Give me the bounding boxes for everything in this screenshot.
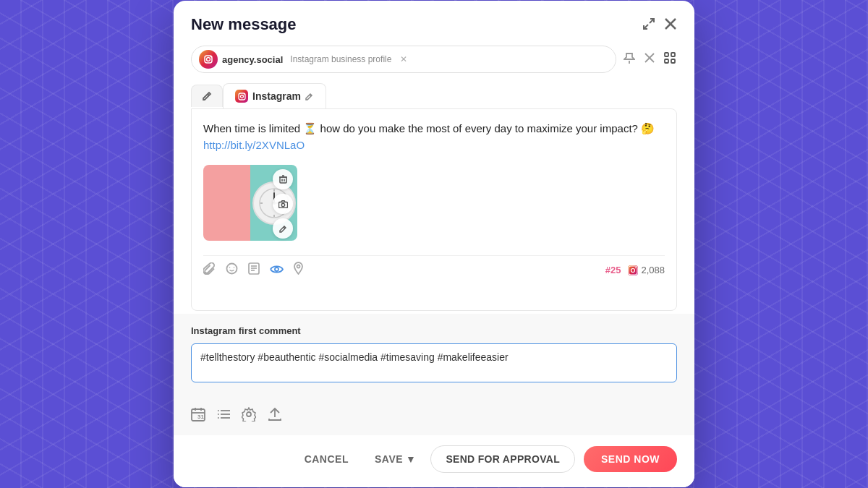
pin-icon[interactable] [622, 51, 637, 68]
account-row: agency.social Instagram business profile… [174, 46, 694, 83]
message-text: When time is limited ⏳ how do you make t… [203, 121, 665, 153]
account-avatar [199, 50, 218, 69]
bottom-toolbar: 31 [174, 397, 694, 435]
toolbar-left [203, 262, 303, 278]
tab-edit-icon [305, 92, 314, 100]
image-edit-button[interactable] [273, 218, 293, 239]
svg-point-59 [247, 412, 251, 416]
svg-rect-11 [665, 53, 668, 56]
new-message-modal: New message [174, 1, 694, 487]
message-body: When time is limited ⏳ how do you make t… [203, 122, 655, 134]
preview-icon[interactable] [270, 263, 284, 278]
comment-input[interactable] [191, 343, 677, 382]
image-left-panel [203, 165, 250, 241]
svg-point-5 [207, 58, 210, 61]
tab-instagram[interactable]: Instagram [223, 83, 326, 108]
send-for-approval-button[interactable]: SEND FOR APPROVAL [430, 445, 575, 473]
svg-point-18 [243, 94, 244, 95]
image-preview-container [203, 165, 297, 241]
location-icon[interactable] [294, 262, 303, 278]
account-chip[interactable]: agency.social Instagram business profile… [191, 46, 616, 73]
svg-rect-45 [629, 266, 637, 275]
svg-point-36 [227, 263, 237, 273]
account-chip-remove[interactable]: ✕ [400, 54, 407, 64]
list-icon[interactable] [217, 408, 230, 424]
account-name: agency.social [222, 54, 283, 65]
hashtag-count: #25 [605, 265, 621, 275]
svg-point-37 [229, 267, 231, 268]
image-actions [273, 169, 293, 239]
save-label: SAVE [375, 453, 403, 465]
modal-header: New message [174, 1, 694, 46]
comment-section: Instagram first comment [174, 314, 694, 397]
modal-footer: CANCEL SAVE ▼ SEND FOR APPROVAL SEND NOW [174, 435, 694, 487]
cancel-button[interactable]: CANCEL [293, 446, 360, 472]
message-link[interactable]: http://bit.ly/2XVNLaO [203, 139, 305, 151]
save-dropdown-icon: ▼ [406, 453, 416, 465]
expand-icon[interactable] [642, 17, 655, 33]
close-icon[interactable] [664, 17, 677, 33]
svg-rect-16 [239, 93, 245, 100]
svg-point-17 [240, 95, 243, 98]
tab-pencil[interactable] [191, 85, 223, 107]
content-area: When time is limited ⏳ how do you make t… [191, 108, 677, 311]
svg-rect-28 [280, 177, 286, 183]
svg-point-43 [275, 267, 278, 271]
content-toolbar: #25 2,088 [203, 255, 665, 278]
grid-icon[interactable] [663, 51, 677, 68]
svg-point-6 [210, 56, 211, 58]
send-now-button[interactable]: SEND NOW [584, 446, 677, 472]
svg-rect-12 [671, 53, 675, 56]
notes-icon[interactable] [248, 262, 260, 278]
ig-count-icon [628, 265, 638, 275]
svg-text:31: 31 [197, 414, 204, 420]
image-delete-button[interactable] [273, 169, 293, 189]
image-camera-button[interactable] [273, 194, 293, 214]
modal-title: New message [191, 15, 297, 34]
comment-label: Instagram first comment [191, 325, 677, 336]
emoji-icon[interactable] [226, 262, 238, 278]
save-button[interactable]: SAVE ▼ [369, 446, 422, 472]
upload-icon[interactable] [268, 407, 282, 425]
clear-icon[interactable] [642, 51, 657, 68]
svg-point-46 [631, 268, 635, 272]
calendar-icon[interactable]: 31 [191, 407, 205, 425]
header-icons [642, 17, 677, 33]
toolbar-right: #25 2,088 [605, 265, 665, 275]
svg-point-34 [281, 203, 284, 206]
svg-rect-13 [665, 59, 668, 63]
tab-instagram-label: Instagram [252, 90, 301, 102]
svg-line-15 [208, 94, 209, 95]
svg-point-38 [234, 267, 235, 268]
account-actions [622, 51, 677, 68]
instagram-icon [235, 90, 248, 103]
attachment-icon[interactable] [203, 262, 216, 278]
account-type: Instagram business profile [290, 54, 391, 64]
settings-icon[interactable] [242, 407, 256, 425]
svg-rect-14 [671, 59, 675, 63]
ig-count-value: 2,088 [641, 265, 665, 275]
svg-point-47 [635, 267, 637, 268]
platform-tabs: Instagram [174, 83, 694, 108]
ig-reach-count: 2,088 [628, 265, 665, 275]
svg-point-44 [297, 265, 300, 268]
